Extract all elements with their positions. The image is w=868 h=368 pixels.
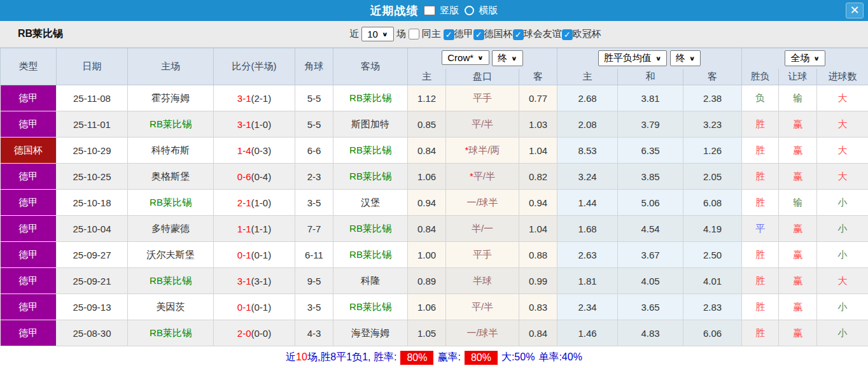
league-filter-list: ✓德甲✓德国杯✓球会友谊✓欧冠杯	[444, 28, 601, 40]
same-home-label[interactable]: 同主	[422, 28, 441, 40]
corner-cell: 3-5	[295, 294, 333, 320]
handicap-result-cell: 赢	[779, 294, 817, 320]
league-label-0[interactable]: 德甲	[454, 28, 473, 39]
away-team-cell[interactable]: RB莱比锡	[333, 138, 408, 164]
home-team-cell[interactable]: 美因茨	[128, 294, 214, 320]
away-odds-cell: 0.84	[519, 320, 557, 346]
goals-result-cell: 大	[817, 85, 868, 111]
avg-away-cell: 6.08	[683, 190, 742, 216]
page-title: 近期战绩	[370, 3, 419, 18]
sub-header-3: 主	[557, 69, 618, 85]
sub-header-4: 和	[618, 69, 683, 85]
home-team-cell[interactable]: 多特蒙德	[128, 216, 214, 242]
same-home-checkbox[interactable]	[409, 29, 419, 39]
goals-result-cell: 小	[817, 216, 868, 242]
handicap-cell: 平/半	[446, 111, 519, 138]
avg-type-select[interactable]: 胜平负均值 ∨	[598, 50, 668, 66]
date-cell: 25-11-08	[57, 85, 128, 111]
goals-result-cell: 小	[817, 190, 868, 216]
date-cell: 25-09-27	[57, 242, 128, 268]
away-odds-cell: 0.83	[519, 294, 557, 320]
full-match-select[interactable]: 全场 ∨	[785, 50, 825, 66]
league-label-1[interactable]: 德国杯	[484, 28, 513, 39]
home-team-cell[interactable]: 沃尔夫斯堡	[128, 242, 214, 268]
away-team-cell[interactable]: RB莱比锡	[333, 164, 408, 190]
league-type-cell: 德国杯	[1, 138, 57, 164]
avg-away-cell: 2.05	[683, 164, 742, 190]
corner-cell: 5-5	[295, 111, 333, 138]
away-odds-cell: 0.82	[519, 164, 557, 190]
away-odds-cell: 1.03	[519, 111, 557, 138]
table-row: 德甲25-10-18RB莱比锡2-1(1-0)3-5汉堡0.94一/球半0.94…	[1, 190, 868, 216]
league-label-2[interactable]: 球会友谊	[524, 28, 562, 39]
vertical-layout-label[interactable]: 竖版	[440, 4, 459, 17]
away-team-cell[interactable]: RB莱比锡	[333, 294, 408, 320]
avg-final-select[interactable]: 终 ∨	[670, 50, 701, 66]
away-team-cell[interactable]: 汉堡	[333, 190, 408, 216]
recent-results-table: 类型 日期 主场 比分(半场) 角球 客场 Crow* ∨ 终 ∨ 胜平负均值 …	[0, 48, 868, 346]
away-team-cell[interactable]: 斯图加特	[333, 111, 408, 138]
league-type-cell: 德甲	[1, 320, 57, 346]
score-cell: 1-1(1-1)	[214, 216, 295, 242]
team-title: RB莱比锡	[18, 27, 63, 41]
home-team-cell[interactable]: 科特布斯	[128, 138, 214, 164]
home-team-cell[interactable]: RB莱比锡	[128, 320, 214, 346]
corner-cell: 4-3	[295, 320, 333, 346]
handicap-cell: 平/半	[446, 294, 519, 320]
sub-header-2: 客	[519, 69, 557, 85]
home-team-cell[interactable]: RB莱比锡	[128, 111, 214, 138]
score-cell: 2-0(0-0)	[214, 320, 295, 346]
home-odds-cell: 1.06	[408, 164, 446, 190]
avg-home-cell: 2.63	[557, 242, 618, 268]
col-header-home: 主场	[128, 48, 214, 85]
table-row: 德甲25-10-04多特蒙德1-1(1-1)7-7RB莱比锡0.84半/一1.0…	[1, 216, 868, 242]
odds-group-header: Crow* ∨ 终 ∨	[408, 48, 557, 69]
sub-header-7: 让球	[779, 69, 817, 85]
league-checkbox-0[interactable]: ✓	[444, 29, 454, 40]
close-icon[interactable]: ✕	[846, 3, 864, 18]
result-cell: 胜	[742, 242, 779, 268]
away-team-cell[interactable]: 科隆	[333, 268, 408, 294]
summary-footer: 近10场,胜8平1负1, 胜率: 80% 赢率: 80% 大:50% 单率:40…	[0, 346, 868, 368]
vertical-layout-radio[interactable]	[424, 6, 435, 15]
result-cell: 胜	[742, 268, 779, 294]
league-label-3[interactable]: 欧冠杯	[573, 28, 601, 39]
away-team-cell[interactable]: RB莱比锡	[333, 242, 408, 268]
result-cell: 胜	[742, 164, 779, 190]
league-type-cell: 德甲	[1, 85, 57, 111]
date-cell: 25-09-21	[57, 268, 128, 294]
league-type-cell: 德甲	[1, 268, 57, 294]
home-team-cell[interactable]: RB莱比锡	[128, 268, 214, 294]
date-cell: 25-10-29	[57, 138, 128, 164]
col-header-date: 日期	[57, 48, 128, 85]
avg-home-cell: 1.46	[557, 320, 618, 346]
handicap-result-cell: 赢	[779, 216, 817, 242]
sub-header-0: 主	[408, 69, 446, 85]
match-count-select[interactable]: 10 ∨	[361, 27, 393, 41]
odds-company-select[interactable]: Crow* ∨	[442, 50, 489, 65]
league-checkbox-2[interactable]: ✓	[513, 29, 524, 40]
home-odds-cell: 0.84	[408, 138, 446, 164]
home-team-cell[interactable]: 奥格斯堡	[128, 164, 214, 190]
handicap-result-cell: 赢	[779, 268, 817, 294]
home-odds-cell: 0.94	[408, 190, 446, 216]
avg-draw-cell: 6.35	[618, 138, 683, 164]
away-odds-cell: 1.04	[519, 216, 557, 242]
home-team-cell[interactable]: RB莱比锡	[128, 190, 214, 216]
col-header-away: 客场	[333, 48, 408, 85]
avg-home-cell: 1.81	[557, 268, 618, 294]
horizontal-layout-radio[interactable]	[465, 6, 474, 15]
horizontal-layout-label[interactable]: 横版	[479, 4, 498, 17]
corner-cell: 7-7	[295, 216, 333, 242]
handicap-cell: 一/球半	[446, 320, 519, 346]
avg-away-cell: 4.19	[683, 216, 742, 242]
away-team-cell[interactable]: RB莱比锡	[333, 85, 408, 111]
away-team-cell[interactable]: 海登海姆	[333, 320, 408, 346]
away-team-cell[interactable]: RB莱比锡	[333, 216, 408, 242]
league-checkbox-3[interactable]: ✓	[562, 29, 573, 40]
league-checkbox-1[interactable]: ✓	[473, 29, 484, 40]
home-odds-cell: 1.00	[408, 242, 446, 268]
away-odds-cell: 1.04	[519, 138, 557, 164]
home-team-cell[interactable]: 霍芬海姆	[128, 85, 214, 111]
odds-final-select[interactable]: 终 ∨	[492, 50, 523, 66]
